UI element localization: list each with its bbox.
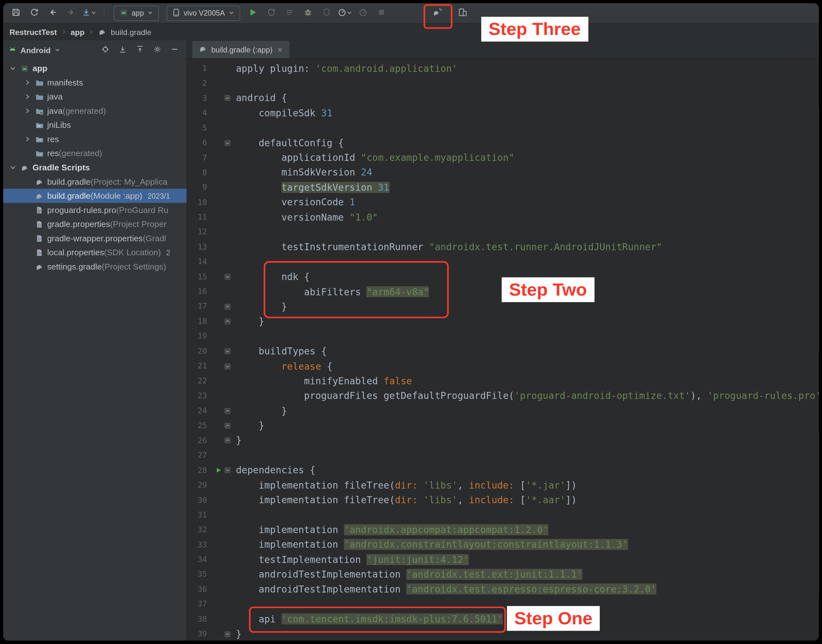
minus-icon [170,45,179,55]
gear-icon [153,45,161,55]
folder-res-icon [35,149,44,157]
run-gutter-icon[interactable] [216,465,222,476]
coverage-button[interactable] [318,5,335,21]
gutter: 29 [187,477,233,492]
chevron-right-icon [89,29,94,35]
tree-item-gradle-properties[interactable]: gradle.properties (Project Proper [3,217,187,232]
step-three-label: Step Three [481,17,588,41]
locate-file-button[interactable] [98,43,112,57]
fold-start-icon[interactable] [224,345,231,357]
debug-button[interactable] [300,5,317,21]
profiler-button[interactable] [337,5,353,21]
code-line-36: 36 androidTestImplementation 'androidx.t… [187,582,819,596]
chevron-right-icon[interactable] [23,107,31,114]
crosshair-icon [101,45,109,55]
fold-start-icon[interactable] [224,360,231,372]
line-number: 15 [187,272,207,281]
breadcrumb-module[interactable]: app [71,28,84,37]
tree-item-res[interactable]: res [3,132,187,147]
project-view-selector[interactable]: Android [20,46,51,54]
device-manager-button[interactable] [454,5,471,21]
line-number: 29 [187,480,207,490]
hide-panel-button[interactable] [168,43,181,57]
save-all-button[interactable] [7,5,24,21]
gutter: 13 [187,239,233,254]
gutter: 21 [187,359,233,374]
tree-item-build-gradle[interactable]: build.gradle (Module :app)2023/1 [3,189,187,203]
tree-item-java[interactable]: java (generated) [3,104,187,118]
tree-item-manifests[interactable]: manifests [3,75,187,90]
apply-changes-icon [267,8,276,19]
fold-start-icon[interactable] [224,137,231,149]
apply-code-changes-button[interactable] [282,5,299,21]
gutter: 37 [187,596,233,612]
gutter: 15 [187,269,233,284]
chevron-right-icon[interactable] [23,94,31,100]
gutter: 33 [187,537,233,552]
profiler-alt-button[interactable] [355,5,371,21]
chevron-down-icon[interactable] [54,46,60,54]
tree-item-label: proguard-rules.pro [47,205,116,215]
line-number: 1 [187,64,207,73]
chevron-right-icon[interactable] [23,79,31,86]
line-number: 21 [187,361,207,371]
breadcrumb-project[interactable]: RestructTest [9,28,57,37]
fold-end-icon[interactable] [224,301,231,312]
tree-item-res[interactable]: res (generated) [3,146,187,161]
folder-icon [35,78,44,87]
gutter: 12 [187,224,233,239]
collapse-all-button[interactable] [116,43,129,57]
tree-item-gradle-scripts[interactable]: Gradle Scripts [3,161,187,175]
editor-area: build.gradle (:app) 1apply plugin: 'com.… [187,40,819,641]
device-label: vivo V2005A [184,9,225,17]
tree-item-local-properties[interactable]: local.properties (SDK Location)2 [3,245,187,260]
stop-button[interactable] [373,5,390,21]
file-icon [35,205,44,214]
update-project-button[interactable] [81,5,98,21]
tree-item-label: settings.gradle [47,262,102,271]
gutter: 7 [187,150,233,165]
tree-item-suffix: (Module :app) [90,191,143,201]
fold-start-icon[interactable] [224,92,231,104]
line-number: 5 [187,123,207,133]
main-toolbar: app vivo V2005A [3,3,819,23]
run-button[interactable] [245,5,262,21]
fold-end-icon[interactable] [224,316,231,327]
tree-item-build-gradle[interactable]: build.gradle (Project: My_Applica [3,175,187,189]
gutter: 36 [187,582,233,596]
close-tab-icon[interactable] [277,46,283,53]
tree-item-gradle-wrapper-properties[interactable]: gradle-wrapper.properties (Gradl [3,231,187,245]
tab-build-gradle-app[interactable]: build.gradle (:app) [192,41,289,58]
forward-button[interactable] [62,5,79,21]
run-config-dropdown[interactable]: app [114,5,159,21]
gutter: 16 [187,284,233,299]
fold-end-icon[interactable] [224,405,231,416]
fold-start-icon[interactable] [224,271,231,282]
line-number: 22 [187,376,207,386]
tree-item-java[interactable]: java [3,90,187,104]
tree-item-proguard-rules-pro[interactable]: proguard-rules.pro (ProGuard Ru [3,203,187,217]
fold-end-icon[interactable] [224,629,231,639]
tree-item-app[interactable]: app [3,61,187,76]
code-line-6: 6 defaultConfig { [187,135,819,150]
apply-changes-button[interactable] [263,5,280,21]
sync-files-button[interactable] [26,5,43,21]
chevron-down-icon[interactable] [8,164,17,171]
code-editor[interactable]: 1apply plugin: 'com.android.application'… [187,59,819,641]
tree-item-settings-gradle[interactable]: settings.gradle (Project Settings) [3,259,187,274]
fold-end-icon[interactable] [224,435,231,446]
sync-project-gradle-button[interactable] [429,5,446,21]
device-dropdown[interactable]: vivo V2005A [167,5,240,21]
breadcrumb-file[interactable]: build.gradle [110,28,151,37]
fold-start-icon[interactable] [224,465,231,476]
chevron-down-icon[interactable] [8,65,17,72]
chevron-right-icon[interactable] [23,136,31,143]
back-button[interactable] [44,5,61,21]
fold-end-icon[interactable] [224,420,231,431]
tree-item-jnilibs[interactable]: jniLibs [3,118,187,132]
code-line-5: 5 [187,121,819,135]
back-arrow-icon [48,8,57,19]
panel-settings-button[interactable] [150,43,164,57]
tree-item-label: res [47,135,59,144]
expand-all-button[interactable] [133,43,147,57]
